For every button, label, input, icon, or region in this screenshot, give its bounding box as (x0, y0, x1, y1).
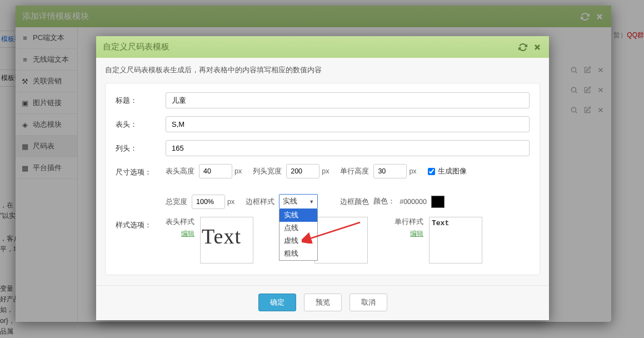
col-width-label: 列头宽度 (253, 166, 282, 176)
form-panel: 标题： 表头： 列头： 尺寸选项： 表头高度 (105, 83, 540, 275)
dim-label: 尺寸选项： (116, 164, 166, 177)
gen-image-check[interactable] (428, 168, 435, 175)
gen-image-checkbox[interactable]: 生成图像 (428, 166, 467, 176)
ok-button[interactable]: 确定 (258, 294, 296, 311)
modal-inner-body: 自定义尺码表模板表生成后，再对表格中的内容填写相应的数值内容 标题： 表头： 列… (96, 58, 549, 285)
modal-inner-header: 自定义尺码表模板 (96, 36, 549, 58)
title-label: 标题： (116, 92, 166, 106)
title-input[interactable] (166, 92, 530, 108)
cancel-button[interactable]: 取消 (350, 294, 387, 311)
dropdown-option-dotted[interactable]: 点线 (279, 222, 317, 235)
row-height-label: 单行高度 (340, 166, 369, 176)
inner-footer: 确定 预览 取消 (96, 285, 549, 320)
border-style-dropdown: 实线 点线 虚线 粗线 (279, 209, 318, 261)
chevron-down-icon: ▼ (309, 199, 314, 205)
col-style-preview (314, 217, 368, 264)
row-style-edit-link[interactable]: 编辑 (410, 229, 423, 238)
row-style-label: 单行样式 (395, 217, 423, 227)
border-color-label: 边框颜色 (340, 197, 369, 207)
row-height-input[interactable] (373, 164, 407, 178)
header-height-input[interactable] (199, 164, 232, 178)
style-label: 样式选项： (116, 217, 166, 230)
color-prefix: 颜色： (373, 197, 395, 206)
total-width-input[interactable] (192, 195, 225, 209)
refresh-icon[interactable] (518, 42, 528, 52)
header-height-label: 表头高度 (166, 166, 194, 176)
row-style-preview: Text (429, 217, 482, 264)
color-swatch[interactable] (431, 196, 445, 208)
px-unit: px (234, 167, 242, 175)
dropdown-option-dashed[interactable]: 虚线 (279, 235, 317, 247)
col-label: 列头： (116, 140, 166, 153)
col-input[interactable] (166, 140, 530, 156)
header-style-edit-link[interactable]: 编辑 (181, 229, 194, 238)
modal-inner: 自定义尺码表模板 自定义尺码表模板表生成后，再对表格中的内容填写相应的数值内容 … (96, 36, 549, 320)
modal-outer: 添加详情模板模块 ≡PC端文本 ≡无线端文本 ⚒关联营销 ▣图片链接 ◈动态模块… (16, 6, 611, 322)
dropdown-option-bold[interactable]: 粗线 (279, 247, 317, 260)
header-style-preview: Text (200, 217, 253, 264)
dropdown-option-solid[interactable]: 实线 (279, 209, 317, 222)
header-style-label: 表头样式 (166, 217, 194, 227)
modal-inner-title: 自定义尺码表模板 (103, 42, 169, 52)
px-unit: px (409, 167, 416, 175)
border-style-label: 边框样式 (246, 197, 274, 207)
color-value: #000000 (400, 198, 427, 206)
close-icon[interactable] (532, 42, 542, 52)
total-width-label: 总宽度 (166, 197, 187, 207)
col-width-input[interactable] (286, 164, 319, 178)
px-unit: px (322, 167, 329, 175)
px-unit: px (227, 198, 234, 206)
description-text: 自定义尺码表模板表生成后，再对表格中的内容填写相应的数值内容 (105, 66, 540, 75)
border-style-select[interactable]: 实线 ▼ (279, 194, 318, 209)
header-input[interactable] (166, 116, 530, 132)
preview-button[interactable]: 预览 (304, 294, 342, 311)
header-label: 表头： (116, 116, 166, 130)
